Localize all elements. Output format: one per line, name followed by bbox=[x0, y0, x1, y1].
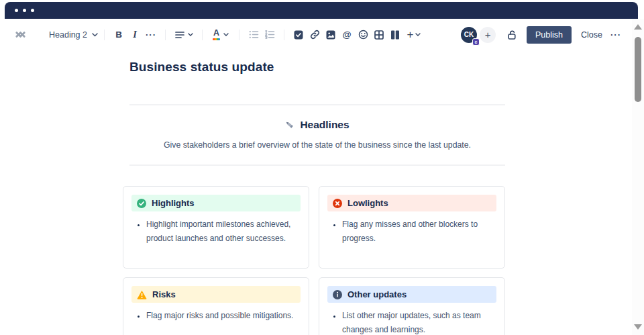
scroll-up-arrow[interactable] bbox=[634, 24, 642, 30]
cross-circle-icon bbox=[333, 199, 342, 208]
unlock-icon bbox=[506, 30, 517, 40]
image-button[interactable] bbox=[323, 26, 338, 44]
emoji-button[interactable] bbox=[356, 26, 370, 44]
mention-button[interactable]: @ bbox=[339, 26, 354, 44]
panel-label: Lowlights bbox=[347, 198, 388, 208]
scrollbar-thumb[interactable] bbox=[635, 37, 641, 102]
divider bbox=[129, 164, 505, 166]
check-circle-icon bbox=[137, 199, 146, 208]
panel-label: Other updates bbox=[347, 289, 407, 299]
window-titlebar bbox=[5, 2, 638, 19]
bullet-item[interactable]: Highlight important milestones achieved,… bbox=[146, 218, 299, 246]
text-style-value: Heading 2 bbox=[49, 30, 87, 40]
page-title[interactable]: Business status update bbox=[129, 60, 274, 75]
panel-other-updates[interactable]: Other updates List other major updates, … bbox=[319, 277, 505, 335]
avatar-initials: CK bbox=[464, 31, 474, 38]
bullet-list-icon bbox=[249, 30, 259, 39]
vertical-scrollbar[interactable] bbox=[632, 19, 644, 335]
bold-icon: B bbox=[115, 30, 122, 40]
bullet-item[interactable]: List other major updates, such as team c… bbox=[342, 309, 495, 335]
text-color-icon: A bbox=[213, 29, 220, 40]
toolbar-separator bbox=[284, 30, 284, 40]
panel-risks-banner: Risks bbox=[131, 286, 301, 303]
ellipsis-icon: ··· bbox=[610, 30, 621, 40]
text-align-button[interactable] bbox=[172, 26, 195, 44]
plus-icon: + bbox=[485, 29, 491, 40]
chevron-down-icon bbox=[223, 33, 229, 36]
panel-lowlights-banner: Lowlights bbox=[327, 195, 496, 211]
text-align-icon bbox=[175, 31, 184, 39]
headlines-heading[interactable]: Headlines bbox=[129, 119, 505, 131]
panel-label: Highlights bbox=[152, 198, 195, 208]
panel-bullets: List other major updates, such as team c… bbox=[327, 309, 496, 335]
italic-icon: I bbox=[133, 29, 137, 40]
warning-triangle-icon bbox=[137, 290, 147, 299]
text-style-dropdown[interactable]: Heading 2 bbox=[49, 30, 98, 40]
more-actions-button[interactable]: ··· bbox=[610, 30, 621, 40]
table-icon bbox=[374, 30, 384, 40]
toolbar-separator bbox=[165, 30, 166, 40]
divider bbox=[129, 104, 505, 105]
panel-highlights[interactable]: Highlights Highlight important milestone… bbox=[123, 186, 309, 269]
insert-plus-icon: + bbox=[407, 29, 414, 40]
toolbar-separator bbox=[104, 30, 105, 40]
publish-button[interactable]: Publish bbox=[527, 26, 572, 44]
window-dot[interactable] bbox=[31, 9, 34, 12]
layout-columns-icon bbox=[390, 30, 400, 40]
scroll-down-arrow[interactable] bbox=[634, 324, 642, 330]
bullet-item[interactable]: Flag major risks and possible mitigation… bbox=[146, 309, 299, 323]
panel-bullets: Flag any misses and other blockers to pr… bbox=[327, 218, 496, 246]
panel-bullets: Highlight important milestones achieved,… bbox=[131, 218, 301, 246]
insert-more-button[interactable]: + bbox=[404, 26, 424, 44]
unlock-button[interactable] bbox=[506, 30, 517, 40]
confluence-logo bbox=[13, 26, 28, 44]
panel-risks[interactable]: Risks Flag major risks and possible miti… bbox=[123, 277, 309, 335]
panel-highlights-banner: Highlights bbox=[131, 195, 301, 211]
layout-columns-button[interactable] bbox=[388, 26, 402, 44]
headlines-heading-text: Headlines bbox=[300, 119, 349, 131]
panel-bullets: Flag major risks and possible mitigation… bbox=[131, 309, 301, 323]
info-circle-icon bbox=[333, 290, 342, 299]
window-dot[interactable] bbox=[15, 9, 18, 12]
window-dot[interactable] bbox=[23, 9, 26, 12]
task-checkbox-icon bbox=[294, 30, 303, 40]
bullet-item[interactable]: Flag any misses and other blockers to pr… bbox=[342, 218, 495, 246]
link-button[interactable] bbox=[307, 26, 322, 44]
toolbar-separator bbox=[202, 30, 203, 40]
panel-other-updates-banner: Other updates bbox=[327, 286, 496, 303]
toolbar-separator bbox=[239, 30, 239, 40]
link-icon bbox=[310, 30, 320, 40]
editor-toolbar: Heading 2 B I ··· A bbox=[0, 19, 632, 50]
more-formatting-button[interactable]: ··· bbox=[144, 26, 158, 44]
text-color-button[interactable]: A bbox=[209, 26, 232, 44]
avatar[interactable]: CK c bbox=[461, 27, 477, 43]
bullet-list-button[interactable] bbox=[246, 26, 261, 44]
bold-button[interactable]: B bbox=[111, 26, 126, 44]
italic-button[interactable]: I bbox=[127, 26, 142, 44]
emoji-icon bbox=[358, 30, 368, 40]
pencil-icon bbox=[285, 120, 295, 130]
image-icon bbox=[326, 30, 335, 40]
avatar-app-badge: c bbox=[472, 38, 480, 46]
numbered-list-button[interactable] bbox=[262, 26, 277, 44]
more-formatting-icon: ··· bbox=[146, 30, 156, 40]
chevron-down-icon bbox=[415, 33, 421, 36]
task-checkbox-button[interactable] bbox=[291, 26, 306, 44]
panel-label: Risks bbox=[152, 289, 176, 299]
headlines-subtitle[interactable]: Give stakeholders a brief overview of th… bbox=[109, 140, 525, 150]
numbered-list-icon bbox=[265, 30, 275, 39]
close-button[interactable]: Close bbox=[581, 30, 602, 40]
chevron-down-icon bbox=[188, 33, 193, 36]
invite-collaborator-button[interactable]: + bbox=[480, 27, 496, 43]
panel-lowlights[interactable]: Lowlights Flag any misses and other bloc… bbox=[319, 186, 505, 269]
status-panels-grid: Highlights Highlight important milestone… bbox=[123, 186, 505, 335]
table-button[interactable] bbox=[372, 26, 386, 44]
mention-icon: @ bbox=[342, 30, 351, 40]
chevron-down-icon bbox=[92, 33, 98, 37]
